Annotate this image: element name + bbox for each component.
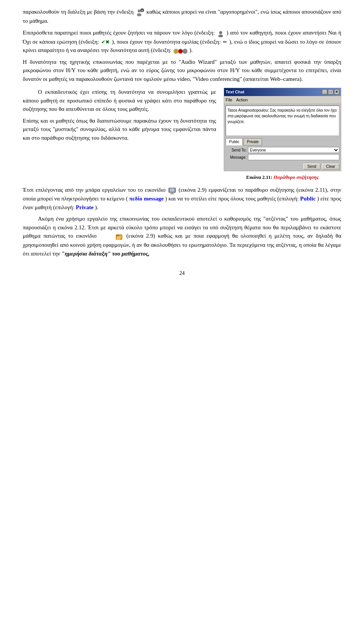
computer-icon bbox=[168, 186, 176, 195]
para3-text: Η δυνατότητα της ηχητικής επικοινωνίας π… bbox=[23, 59, 341, 82]
svg-rect-14 bbox=[116, 235, 119, 236]
chat-tab-public[interactable]: Public bbox=[226, 138, 243, 145]
left-col-para2: Επίσης και οι μαθητές όπως θα διαπιστώσο… bbox=[23, 117, 216, 142]
chat-minimize-button[interactable]: _ bbox=[322, 89, 327, 95]
chat-menu-action[interactable]: Action bbox=[236, 97, 248, 103]
chat-close-button[interactable]: ✕ bbox=[334, 89, 339, 95]
chat-title: Text Chat bbox=[226, 89, 244, 95]
svg-rect-11 bbox=[171, 192, 173, 194]
two-col-section: Ο εκπαιδευτικός έχει επίσης τη δυνατότητ… bbox=[23, 88, 341, 181]
para4-start: Έτσι επιλέγοντας από την μπάρα εργαλείων… bbox=[23, 187, 166, 193]
circles-icon bbox=[174, 47, 187, 54]
chat-body: Tasos Anagnostopoulou: Σας παρακαλώ να ε… bbox=[226, 106, 339, 136]
left-col-text2: Επίσης και οι μαθητές όπως θα διαπιστώσο… bbox=[23, 118, 216, 141]
paragraph-2: Επιπρόσθετα παρατηρεί ποιοι μαθητές έχου… bbox=[23, 28, 341, 55]
caption: Εικόνα 2.11: Παράθυρο συζήτησης bbox=[224, 174, 341, 181]
left-col-para1: Ο εκπαιδευτικός έχει επίσης τη δυνατότητ… bbox=[23, 88, 216, 114]
para4-end: ). bbox=[95, 204, 98, 210]
svg-rect-16 bbox=[117, 238, 121, 238]
para2-start: Επιπρόσθετα παρατηρεί ποιοι μαθητές έχου… bbox=[23, 30, 215, 36]
chat-message-input[interactable] bbox=[248, 154, 339, 160]
pencil-icon: ✏ bbox=[223, 38, 227, 46]
chat-maximize-button[interactable]: □ bbox=[328, 89, 333, 95]
paragraph-3: Η δυνατότητα της ηχητικής επικοινωνίας π… bbox=[23, 58, 341, 84]
chat-clear-button[interactable]: Clear bbox=[322, 164, 339, 169]
chat-menu-file[interactable]: File bbox=[226, 97, 232, 103]
highlight-message: πεδίο message bbox=[129, 196, 164, 202]
chat-fields: Send To: Everyone Message: bbox=[224, 146, 341, 163]
paragraph-4: Έτσι επιλέγοντας από την μπάρα εργαλείων… bbox=[23, 186, 341, 212]
paragraph-5: Ακόμη ένα χρήσιμο εργαλείο της επικοινων… bbox=[23, 215, 341, 258]
page-number: 24 bbox=[23, 269, 341, 277]
svg-rect-15 bbox=[117, 237, 121, 237]
para1-text: παρακολουθούν τη διάλεξη με βάση την ένδ… bbox=[23, 9, 133, 15]
left-col-text1: Ο εκπαιδευτικός έχει επίσης τη δυνατότητ… bbox=[23, 89, 216, 112]
chat-body-text: Tasos Anagnostopoulou: Σας παρακαλώ να ε… bbox=[228, 108, 337, 124]
chat-message-row: Message: bbox=[226, 154, 339, 160]
svg-point-5 bbox=[218, 35, 223, 37]
svg-rect-10 bbox=[170, 188, 174, 192]
highlight-public: Public bbox=[300, 196, 315, 202]
chat-titlebar: Text Chat _ □ ✕ bbox=[224, 88, 341, 96]
svg-rect-17 bbox=[117, 239, 120, 240]
chat-buttons: Send Clear bbox=[224, 163, 341, 171]
person-icon bbox=[217, 29, 224, 38]
chat-sendto-label: Send To: bbox=[226, 147, 246, 153]
svg-point-6 bbox=[174, 49, 178, 54]
chat-tab-private[interactable]: Private bbox=[243, 138, 262, 145]
svg-point-0 bbox=[138, 9, 141, 13]
person-badge-icon: 9 bbox=[136, 8, 144, 17]
chat-send-button[interactable]: Send bbox=[303, 164, 320, 169]
svg-text:9: 9 bbox=[142, 9, 143, 12]
para4-mid2: ) και να το στείλει είτε προς όλους τους… bbox=[165, 196, 299, 202]
para5-end: "ημερήσια διάταξη" του μαθήματος, bbox=[61, 251, 149, 257]
svg-point-1 bbox=[137, 13, 141, 16]
svg-point-8 bbox=[183, 49, 187, 54]
caption-title: Παράθυρο συζήτησης bbox=[273, 174, 318, 180]
agenda-icon bbox=[100, 232, 123, 241]
chat-window: Text Chat _ □ ✕ File Action Tasos Anagno… bbox=[224, 88, 341, 171]
caption-label: Εικόνα 2.11: bbox=[246, 174, 272, 180]
svg-point-7 bbox=[178, 49, 183, 54]
chat-titlebar-buttons: _ □ ✕ bbox=[322, 89, 339, 95]
chat-tabs: Public Private bbox=[224, 137, 341, 146]
paragraph-1: παρακολουθούν τη διάλεξη με βάση την ένδ… bbox=[23, 8, 341, 25]
para2-end: ). bbox=[189, 47, 193, 53]
chat-message-label: Message: bbox=[226, 155, 246, 160]
para2-mid2: ), ποιοι έχουν την δυνατότητα ομιλίας (έ… bbox=[112, 39, 221, 45]
chat-menubar: File Action bbox=[224, 96, 341, 104]
svg-point-4 bbox=[219, 31, 222, 34]
svg-rect-12 bbox=[170, 194, 174, 194]
chat-sendto-row: Send To: Everyone bbox=[226, 147, 339, 153]
check-x-icon: ✔✖ bbox=[101, 38, 110, 46]
chat-sendto-select[interactable]: Everyone bbox=[248, 147, 339, 153]
right-column: Text Chat _ □ ✕ File Action Tasos Anagno… bbox=[224, 88, 341, 181]
highlight-private: Private bbox=[76, 204, 94, 210]
page-number-text: 24 bbox=[179, 270, 185, 276]
left-column: Ο εκπαιδευτικός έχει επίσης τη δυνατότητ… bbox=[23, 88, 216, 145]
